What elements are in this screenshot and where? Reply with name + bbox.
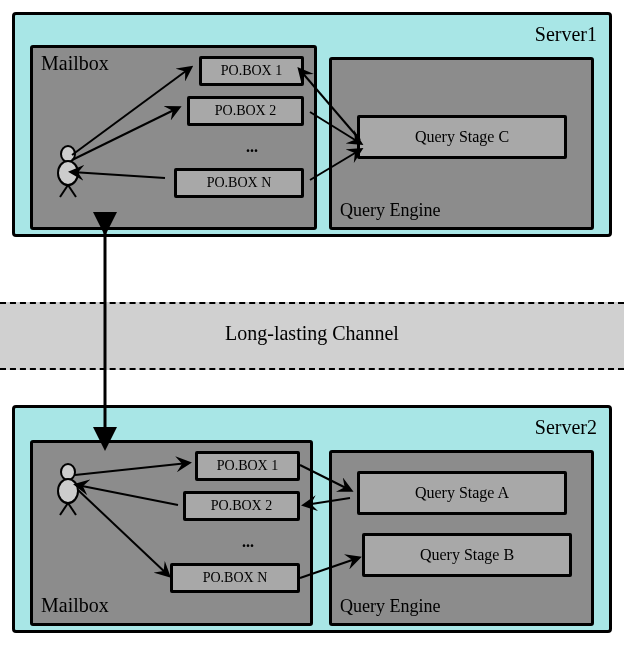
svg-point-1 xyxy=(58,161,78,185)
server1-pobox-2: PO.BOX 2 xyxy=(187,96,304,126)
server2-label: Server2 xyxy=(535,416,597,439)
server2-box: Server2 Mailbox PO.BOX 1 PO.BOX 2 ... PO… xyxy=(12,405,612,633)
svg-point-5 xyxy=(58,479,78,503)
server2-pobox-1: PO.BOX 1 xyxy=(195,451,300,481)
server1-label: Server1 xyxy=(535,23,597,46)
robot-icon xyxy=(48,461,88,516)
server2-pobox-ellipsis: ... xyxy=(242,533,254,551)
server1-query-engine: Query Stage C Query Engine xyxy=(329,57,594,230)
server1-engine-label: Query Engine xyxy=(340,200,440,221)
server1-stage-c: Query Stage C xyxy=(357,115,567,159)
server1-pobox-1: PO.BOX 1 xyxy=(199,56,304,86)
server1-pobox-ellipsis: ... xyxy=(246,138,258,156)
svg-line-3 xyxy=(68,185,76,197)
server1-mailbox: Mailbox PO.BOX 1 PO.BOX 2 ... PO.BOX N xyxy=(30,45,317,230)
svg-line-7 xyxy=(68,503,76,515)
svg-point-0 xyxy=(61,146,75,162)
svg-line-2 xyxy=(60,185,68,197)
server1-pobox-n: PO.BOX N xyxy=(174,168,304,198)
server2-mailbox: Mailbox PO.BOX 1 PO.BOX 2 ... PO.BOX N xyxy=(30,440,313,626)
server2-stage-a: Query Stage A xyxy=(357,471,567,515)
server2-mailbox-label: Mailbox xyxy=(41,594,109,617)
channel-label: Long-lasting Channel xyxy=(225,322,399,344)
server2-engine-label: Query Engine xyxy=(340,596,440,617)
server2-query-engine: Query Stage A Query Stage B Query Engine xyxy=(329,450,594,626)
server1-mailbox-label: Mailbox xyxy=(41,52,109,75)
long-lasting-channel: Long-lasting Channel xyxy=(0,302,624,370)
robot-icon xyxy=(48,143,88,198)
server1-box: Server1 Mailbox PO.BOX 1 PO.BOX 2 ... PO… xyxy=(12,12,612,237)
server2-stage-b: Query Stage B xyxy=(362,533,572,577)
svg-point-4 xyxy=(61,464,75,480)
server2-pobox-n: PO.BOX N xyxy=(170,563,300,593)
server2-pobox-2: PO.BOX 2 xyxy=(183,491,300,521)
svg-line-6 xyxy=(60,503,68,515)
